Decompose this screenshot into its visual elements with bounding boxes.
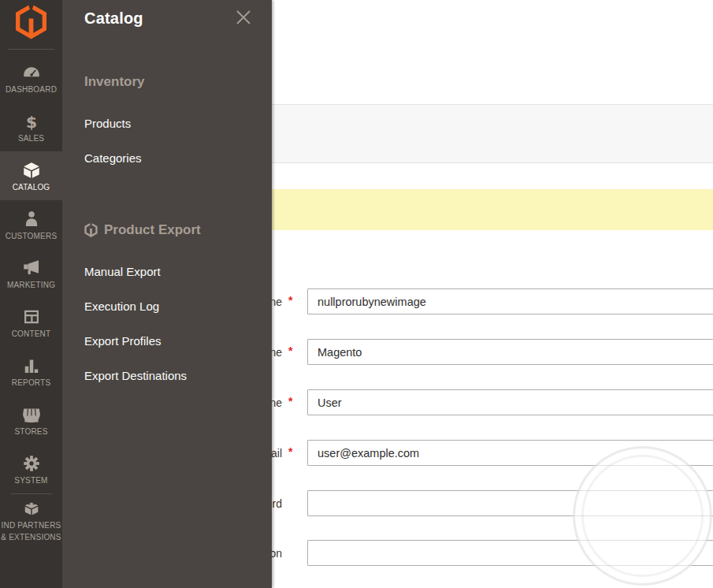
sidebar-item-sales[interactable]: $ SALES — [0, 102, 62, 151]
sidebar-item-label: MARKETING — [7, 281, 55, 289]
sidebar-divider — [8, 49, 54, 50]
flyout-title: Catalog — [84, 9, 143, 28]
sidebar-item-reports[interactable]: REPORTS — [0, 347, 62, 396]
menu-item-categories[interactable]: Categories — [84, 151, 254, 165]
catalog-flyout-menu: Catalog Inventory Products Categories Pr… — [62, 0, 272, 588]
menu-item-export-profiles[interactable]: Export Profiles — [84, 334, 254, 348]
sidebar-item-label: SYSTEM — [14, 476, 47, 485]
menu-item-export-destinations[interactable]: Export Destinations — [84, 369, 254, 382]
sidebar-item-label: STORES — [14, 427, 47, 436]
gauge-icon — [22, 63, 41, 82]
required-asterisk: * — [288, 440, 299, 463]
sidebar-item-find-partners-extensions[interactable]: IND PARTNERS & EXTENSIONS — [0, 494, 62, 546]
close-button[interactable] — [234, 8, 253, 27]
menu-item-products[interactable]: Products — [84, 117, 254, 130]
sidebar-item-label: SALES — [18, 134, 44, 143]
section-title-label: Product Export — [104, 222, 201, 238]
last-name-field[interactable] — [307, 389, 713, 415]
svg-text:$: $ — [25, 112, 36, 131]
first-name-field[interactable] — [307, 339, 713, 365]
required-asterisk: * — [288, 288, 299, 312]
admin-sidebar: DASHBOARD $ SALES CATALOG — [0, 0, 62, 588]
section-title-product-export: Product Export — [84, 222, 201, 238]
required-asterisk: * — [288, 389, 299, 413]
required-asterisk: * — [288, 339, 299, 363]
sidebar-nav: DASHBOARD $ SALES CATALOG — [0, 54, 62, 546]
sidebar-item-system[interactable]: SYSTEM — [0, 445, 62, 493]
close-icon — [235, 9, 252, 26]
gear-icon — [22, 454, 41, 473]
sidebar-item-content[interactable]: CONTENT — [0, 298, 62, 347]
sidebar-item-label: CUSTOMERS — [6, 232, 58, 240]
sidebar-item-label: CATALOG — [13, 183, 50, 192]
sidebar-item-catalog[interactable]: CATALOG — [0, 151, 62, 200]
username-field[interactable] — [307, 288, 713, 314]
dollar-icon: $ — [22, 112, 41, 131]
password-field[interactable] — [307, 490, 713, 516]
layout-icon — [22, 307, 41, 326]
person-icon — [22, 210, 41, 229]
sidebar-item-marketing[interactable]: MARKETING — [0, 249, 62, 298]
box-icon — [22, 161, 41, 180]
menu-item-manual-export[interactable]: Manual Export — [84, 265, 254, 278]
sidebar-item-label-line2: & EXTENSIONS — [1, 533, 61, 541]
sidebar-item-label: DASHBOARD — [6, 85, 57, 94]
bar-chart-icon — [22, 356, 41, 375]
magento-logo[interactable] — [0, 3, 62, 44]
megaphone-icon — [22, 259, 41, 277]
magento-logo-icon — [15, 3, 47, 41]
brick-icon — [22, 499, 41, 518]
password-confirmation-field[interactable] — [307, 540, 713, 566]
sidebar-item-label: CONTENT — [12, 329, 51, 338]
storefront-icon — [22, 405, 41, 424]
section-title-inventory: Inventory — [84, 74, 145, 90]
sidebar-item-label-line1: IND PARTNERS — [2, 521, 61, 530]
sidebar-item-dashboard[interactable]: DASHBOARD — [0, 54, 62, 102]
sidebar-item-customers[interactable]: CUSTOMERS — [0, 200, 62, 249]
email-field[interactable] — [307, 440, 713, 466]
sidebar-item-stores[interactable]: STORES — [0, 396, 62, 445]
magento-mark-icon — [84, 222, 98, 238]
sidebar-item-label: REPORTS — [12, 378, 51, 387]
menu-item-execution-log[interactable]: Execution Log — [84, 300, 254, 313]
